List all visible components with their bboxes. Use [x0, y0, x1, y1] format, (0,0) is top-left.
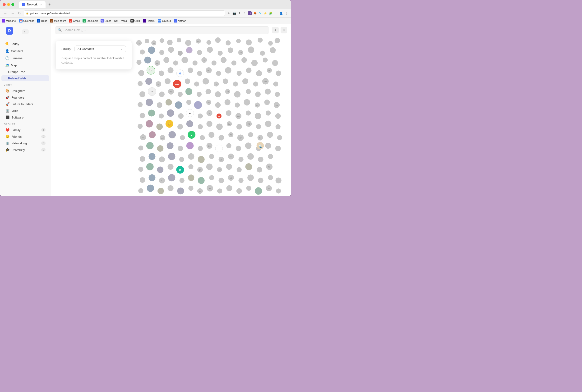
node[interactable] — [226, 185, 232, 191]
extension-icon[interactable]: ⚡ — [264, 12, 267, 15]
node-photo[interactable] — [148, 46, 155, 54]
node[interactable] — [159, 114, 164, 118]
node-photo[interactable] — [166, 99, 172, 106]
node[interactable] — [258, 157, 263, 162]
profile-icon[interactable]: 👤 — [279, 12, 283, 15]
node-photo[interactable] — [175, 102, 182, 109]
node[interactable] — [186, 100, 191, 105]
view-item-future-founders[interactable]: 🚀 Future founders — [2, 101, 49, 107]
node[interactable] — [179, 157, 184, 162]
node[interactable] — [238, 157, 243, 162]
node[interactable] — [276, 71, 281, 76]
node-photo[interactable] — [188, 174, 194, 181]
view-item-mba[interactable]: 🏢 MBA — [2, 108, 49, 114]
node[interactable] — [223, 78, 228, 84]
node[interactable] — [212, 60, 217, 66]
node[interactable] — [218, 51, 223, 56]
bookmark-heroku[interactable]: H Heroku — [143, 19, 155, 22]
node[interactable] — [216, 124, 223, 130]
bookmark-trello[interactable]: T Trello — [37, 19, 47, 22]
sidebar-item-today[interactable]: ☀️ Today — [2, 40, 49, 47]
node[interactable] — [265, 121, 271, 127]
node[interactable] — [246, 110, 251, 116]
node[interactable] — [225, 99, 231, 105]
node[interactable] — [209, 132, 214, 138]
node[interactable] — [236, 39, 241, 43]
node[interactable] — [226, 40, 231, 45]
bookmark-vocal[interactable]: Vocal — [121, 20, 128, 22]
node[interactable] — [273, 82, 278, 86]
download-icon[interactable]: ⬇ — [227, 12, 231, 15]
node-logo2[interactable] — [215, 145, 223, 152]
command-palette-button[interactable]: >_ — [22, 30, 29, 34]
node[interactable] — [276, 188, 281, 194]
node[interactable] — [197, 71, 202, 76]
view-item-designers[interactable]: 🎨 Designers — [2, 88, 49, 94]
node[interactable] — [256, 124, 261, 129]
node[interactable] — [268, 41, 273, 46]
node[interactable] — [159, 71, 164, 76]
node[interactable] — [180, 178, 185, 183]
node[interactable] — [217, 188, 222, 194]
extensions-icon[interactable]: 🧩 — [269, 12, 273, 15]
tab-close-button[interactable]: ✕ — [39, 3, 43, 6]
view-item-founders[interactable]: 🚀 Founders — [2, 94, 49, 100]
node[interactable] — [206, 40, 211, 44]
address-bar[interactable]: 🔒 getdex.com/appv3/network/related — [24, 10, 225, 16]
node[interactable] — [178, 146, 183, 151]
node[interactable] — [181, 57, 188, 63]
node[interactable] — [163, 57, 169, 63]
sidebar-item-timeline[interactable]: 🕐 Timeline — [2, 55, 49, 62]
browser-tab[interactable]: D Network ✕ — [19, 1, 46, 8]
node[interactable] — [173, 60, 178, 66]
node[interactable] — [236, 188, 242, 194]
node[interactable] — [165, 78, 171, 84]
node-photo[interactable] — [146, 120, 153, 128]
sidebar-sub-related-web[interactable]: Related Web — [2, 75, 49, 81]
node[interactable] — [226, 110, 231, 116]
add-button[interactable]: + — [272, 27, 279, 34]
bookmark-umso[interactable]: U Umso — [101, 19, 112, 22]
node[interactable] — [185, 78, 190, 84]
node[interactable] — [270, 47, 276, 53]
app-logo[interactable]: D — [6, 27, 13, 34]
password-icon[interactable]: 1P — [248, 12, 252, 15]
node[interactable] — [216, 71, 221, 76]
node[interactable] — [215, 102, 221, 108]
node-photo[interactable] — [158, 188, 164, 194]
node[interactable] — [265, 89, 271, 94]
node-photo[interactable] — [168, 131, 176, 138]
node[interactable] — [226, 143, 231, 148]
node[interactable] — [177, 124, 183, 130]
node[interactable] — [246, 68, 251, 73]
node[interactable] — [225, 67, 231, 74]
node[interactable] — [185, 40, 191, 46]
node-photo[interactable] — [157, 166, 163, 173]
node[interactable] — [198, 146, 203, 151]
node[interactable] — [255, 92, 261, 97]
node-photo[interactable] — [148, 110, 155, 116]
node[interactable] — [138, 167, 143, 172]
node[interactable] — [247, 153, 254, 160]
bookmark-nathan[interactable]: N Nathan — [174, 19, 186, 22]
fox-icon[interactable]: 🦊 — [253, 12, 257, 15]
node[interactable] — [138, 146, 143, 150]
vimeo-icon[interactable]: V — [258, 12, 262, 15]
node-photo[interactable] — [145, 78, 152, 84]
group-item-family[interactable]: ❤️ Family 1 — [2, 127, 49, 133]
bookmark-mixpanel[interactable]: •• Mixpanel — [2, 19, 16, 22]
forward-button[interactable]: → — [10, 11, 15, 16]
node[interactable] — [245, 142, 251, 149]
search-bar[interactable]: 🔍 Search Dex (/)... — [55, 26, 269, 34]
node[interactable] — [255, 113, 261, 119]
node[interactable] — [138, 188, 143, 193]
group-item-university[interactable]: 🎓 University 0 — [2, 147, 49, 153]
node-photo[interactable] — [198, 177, 205, 184]
node[interactable] — [246, 89, 251, 94]
node[interactable] — [180, 135, 185, 140]
node[interactable] — [140, 177, 145, 183]
node[interactable] — [206, 121, 212, 127]
node-photo[interactable] — [168, 174, 175, 181]
bookmark-gcloud[interactable]: API GCloud — [158, 19, 171, 22]
node[interactable] — [206, 164, 213, 170]
